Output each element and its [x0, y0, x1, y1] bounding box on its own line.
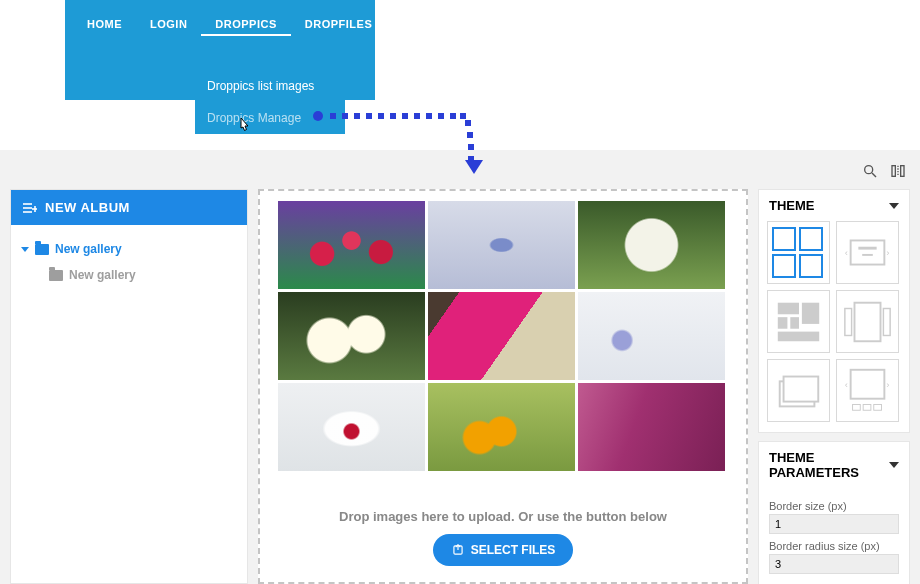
image-thumbnail[interactable]: [278, 383, 425, 471]
select-files-label: SELECT FILES: [471, 543, 556, 557]
columns-icon[interactable]: [890, 163, 906, 183]
svg-rect-35: [802, 303, 819, 324]
nav-login[interactable]: LOGIN: [136, 12, 201, 36]
border-size-label: Border size (px): [769, 500, 899, 512]
nav-droppics[interactable]: DROPPICS: [201, 12, 290, 36]
theme-parameters-panel: THEME PARAMETERS Border size (px) Border…: [758, 441, 910, 584]
annotation-arrowhead: [465, 160, 483, 174]
svg-rect-19: [892, 166, 895, 177]
svg-text:‹: ‹: [845, 379, 848, 390]
theme-grid-option[interactable]: [767, 221, 830, 284]
svg-rect-12: [460, 113, 466, 119]
svg-rect-13: [465, 120, 471, 126]
drop-hint-text: Drop images here to upload. Or use the b…: [339, 509, 667, 524]
list-plus-icon: [23, 202, 37, 214]
border-size-input[interactable]: [769, 514, 899, 534]
image-thumbnail[interactable]: [278, 201, 425, 289]
folder-icon: [49, 270, 63, 281]
svg-rect-8: [414, 113, 420, 119]
new-album-label: NEW ALBUM: [45, 200, 130, 215]
gallery-tree: New gallery New gallery: [11, 225, 247, 299]
svg-rect-40: [845, 308, 852, 335]
svg-rect-43: [784, 377, 819, 402]
theme-slider-option[interactable]: ‹›: [836, 221, 899, 284]
theme-stack-option[interactable]: [767, 359, 830, 422]
svg-rect-9: [426, 113, 432, 119]
image-thumbnail[interactable]: [578, 201, 725, 289]
border-radius-label: Border radius size (px): [769, 540, 899, 552]
svg-text:›: ›: [886, 247, 889, 258]
svg-rect-14: [467, 132, 473, 138]
tree-root-label: New gallery: [55, 242, 122, 256]
svg-rect-29: [851, 240, 885, 264]
image-thumbnail[interactable]: [278, 292, 425, 380]
svg-line-18: [872, 173, 876, 177]
svg-rect-47: [853, 404, 861, 410]
theme-panel: THEME ‹› ‹›: [758, 189, 910, 433]
submenu-manage[interactable]: Droppics Manage: [195, 102, 345, 134]
search-icon[interactable]: [862, 163, 878, 183]
image-drop-area[interactable]: Drop images here to upload. Or use the b…: [258, 189, 748, 584]
svg-text:‹: ‹: [845, 247, 848, 258]
svg-rect-5: [378, 113, 384, 119]
toolbar-icons: [862, 163, 906, 183]
params-panel-header[interactable]: THEME PARAMETERS: [759, 442, 909, 488]
image-thumbnail[interactable]: [428, 292, 575, 380]
submenu-list-images[interactable]: Droppics list images: [195, 70, 345, 102]
new-album-button[interactable]: NEW ALBUM: [11, 190, 247, 225]
theme-masonry-option[interactable]: [767, 290, 830, 353]
caret-down-icon: [21, 247, 29, 252]
theme-thumbs-option[interactable]: ‹›: [836, 359, 899, 422]
upload-icon: [451, 543, 465, 557]
theme-title: THEME: [769, 198, 815, 213]
svg-rect-11: [450, 113, 456, 119]
svg-rect-10: [438, 113, 444, 119]
svg-rect-38: [778, 332, 819, 342]
svg-rect-48: [863, 404, 871, 410]
image-thumbnail[interactable]: [428, 201, 575, 289]
svg-rect-49: [874, 404, 882, 410]
svg-rect-6: [390, 113, 396, 119]
svg-rect-34: [778, 303, 799, 315]
theme-carousel-option[interactable]: [836, 290, 899, 353]
svg-text:›: ›: [886, 379, 889, 390]
nav-dropfiles[interactable]: DROPFILES: [291, 12, 386, 36]
svg-rect-3: [354, 113, 360, 119]
svg-rect-20: [901, 166, 904, 177]
droppics-submenu: Droppics list images Droppics Manage: [195, 70, 345, 134]
folder-icon: [35, 244, 49, 255]
admin-area: NEW ALBUM New gallery New gallery: [0, 150, 920, 584]
tree-item-child[interactable]: New gallery: [49, 265, 237, 285]
svg-rect-44: [851, 370, 885, 399]
image-thumbnail[interactable]: [578, 383, 725, 471]
chevron-down-icon: [889, 203, 899, 209]
svg-rect-39: [854, 303, 880, 342]
right-panels: THEME ‹› ‹›: [758, 189, 910, 584]
select-files-button[interactable]: SELECT FILES: [433, 534, 574, 566]
nav: HOME LOGIN DROPPICS DROPFILES: [65, 0, 375, 48]
params-title: THEME PARAMETERS: [769, 450, 889, 480]
image-thumbnail[interactable]: [428, 383, 575, 471]
svg-rect-4: [366, 113, 372, 119]
image-grid: [278, 201, 728, 471]
svg-rect-36: [778, 317, 788, 329]
theme-options: ‹› ‹›: [759, 221, 909, 432]
nav-home[interactable]: HOME: [73, 12, 136, 36]
tree-child-label: New gallery: [69, 268, 136, 282]
svg-rect-7: [402, 113, 408, 119]
album-sidebar: NEW ALBUM New gallery New gallery: [10, 189, 248, 584]
tree-item-root[interactable]: New gallery: [21, 239, 237, 259]
chevron-down-icon: [889, 462, 899, 468]
border-radius-input[interactable]: [769, 554, 899, 574]
svg-rect-41: [883, 308, 890, 335]
svg-point-17: [865, 166, 873, 174]
theme-panel-header[interactable]: THEME: [759, 190, 909, 221]
image-thumbnail[interactable]: [578, 292, 725, 380]
svg-rect-37: [790, 317, 799, 329]
